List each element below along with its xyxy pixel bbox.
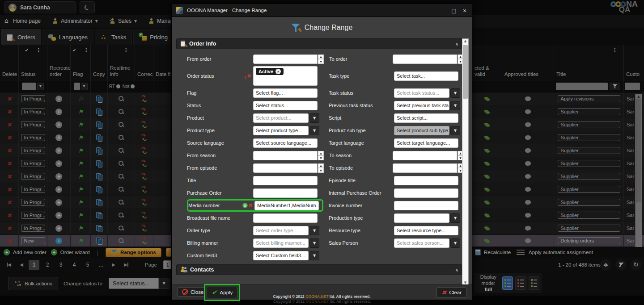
change-range-dialog: OOONA Manager - Change Range – □ × ✎ Cha…: [171, 4, 472, 300]
field-input[interactable]: ×: [253, 151, 318, 160]
scroll-up-icon[interactable]: ▲: [462, 39, 468, 43]
field-text: Select billing manner...: [256, 240, 305, 246]
field-input[interactable]: × Select task...: [394, 71, 458, 81]
form-field-right: Invoice number # ✖ ×: [329, 199, 462, 212]
field-input[interactable]: × Select target language...: [394, 138, 458, 148]
field-input[interactable]: ×: [253, 54, 318, 64]
clear-field-icon[interactable]: ✖: [247, 73, 251, 79]
form-field-right: Product sub type # ✖ × Select product su…: [329, 124, 462, 137]
dialog-scrollbar-thumb[interactable]: [463, 45, 468, 99]
field-text: Select product type...: [256, 128, 302, 133]
dropdown-button[interactable]: ▼: [450, 213, 460, 223]
field-input[interactable]: ×: [253, 163, 318, 173]
form-field-right: Episode title # ✖ ×: [329, 174, 462, 187]
form-field-right: To season # ✖ × ▲▼: [329, 149, 462, 162]
field-label: Invoice number: [329, 203, 383, 208]
field-label: From season: [187, 153, 240, 158]
field-input[interactable]: × MediaNumber1,MediaNum...: [254, 201, 319, 210]
dropdown-button[interactable]: ▼: [309, 226, 319, 235]
form-field-right: Task type # ✖ × Select task...: [329, 65, 462, 87]
order-info-section-header[interactable]: Order Info ∧: [176, 38, 462, 49]
field-input[interactable]: Active×: [253, 66, 318, 86]
field-input[interactable]: × Select sales person...: [394, 238, 449, 248]
form-field-left: Flag # ✖ × Select flag...: [187, 87, 323, 99]
close-window-button[interactable]: ×: [459, 6, 470, 15]
form-field-right: Target language # ✖ × Select target lang…: [329, 137, 462, 149]
dropdown-button[interactable]: ▼: [450, 126, 460, 135]
dropdown-button[interactable]: ▼: [450, 101, 460, 110]
field-input[interactable]: × Select product...: [253, 113, 309, 123]
field-text: MediaNumber1,MediaNum...: [257, 203, 319, 208]
dialog-scrollbar[interactable]: ▲ ▼: [462, 38, 469, 285]
form-field-right: Sales Person # ✖ × Select sales person..…: [329, 237, 462, 249]
field-label: Task status: [329, 90, 383, 96]
dialog-titlebar[interactable]: OOONA Manager - Change Range – □ ×: [172, 4, 472, 17]
dropdown-button[interactable]: ▼: [309, 238, 319, 248]
form-row: Media number # ✖ × MediaNumber1,MediaNum…: [187, 199, 462, 212]
field-input[interactable]: × Select product sub type...: [394, 126, 449, 135]
form-row: Order status 1 # ✖ Active×: [187, 65, 462, 87]
collapse-chevron-icon[interactable]: ∧: [455, 267, 458, 272]
spinner-buttons[interactable]: ▲▼: [318, 163, 324, 173]
tag-label: Active: [258, 69, 273, 74]
remove-tag-icon[interactable]: ×: [275, 69, 281, 74]
app-root: Sara Cunha ☾ NA QA Home page ▼ Administr…: [0, 0, 644, 305]
minimize-button[interactable]: –: [438, 6, 449, 15]
field-input[interactable]: × Select resource type...: [394, 226, 458, 235]
field-input[interactable]: × Select task status...: [394, 88, 449, 98]
dropdown-button[interactable]: ▼: [450, 238, 460, 248]
field-input[interactable]: × Select flag...: [253, 88, 318, 98]
dropdown-button[interactable]: ▼: [309, 113, 319, 123]
ooona-net-link[interactable]: OOONA.NET: [305, 294, 328, 299]
contacts-section-header[interactable]: Contacts ∧: [176, 264, 462, 275]
field-input[interactable]: ×: [394, 188, 458, 198]
spinner-buttons[interactable]: ▲▼: [318, 54, 324, 64]
field-label: To episode: [329, 165, 382, 171]
form-field-right: Task status # ✖ × Select task status...: [329, 87, 462, 99]
dialog-footer: Close ✔ Apply ✖ Clear Copyright © 2012 O…: [172, 284, 472, 300]
scroll-down-icon[interactable]: ▼: [462, 281, 468, 284]
dropdown-button[interactable]: ▼: [450, 88, 460, 98]
field-input[interactable]: × Select billing manner...: [253, 238, 309, 248]
field-input[interactable]: ×: [393, 151, 457, 160]
field-input[interactable]: × Select script...: [394, 113, 458, 123]
maximize-button[interactable]: □: [449, 6, 459, 15]
field-text: Select flag...: [256, 90, 283, 96]
field-label: Custom field3: [187, 253, 240, 258]
clear-field-icon[interactable]: ✖: [248, 202, 253, 209]
dropdown-button[interactable]: ▼: [309, 126, 319, 135]
form-row: Custom field3 # ✖ × Select Custom field3…: [187, 249, 462, 262]
field-label: Broadcast file name: [187, 215, 240, 221]
field-input[interactable]: × Select previous task sta...: [394, 101, 449, 110]
collapse-chevron-icon[interactable]: ∧: [455, 42, 458, 46]
field-input[interactable]: ×: [253, 188, 318, 198]
form-row: Purchase Order # ✖ ×: [187, 187, 462, 199]
field-input[interactable]: ×: [393, 54, 457, 64]
field-text: Select target language...: [397, 140, 450, 146]
field-input[interactable]: ×: [394, 201, 458, 210]
field-label: Previous task status: [329, 103, 383, 108]
field-input[interactable]: × Select order type...: [253, 226, 309, 235]
form-field-left: Product type # ✖ × Select product type..…: [187, 124, 323, 137]
field-input[interactable]: × Select product type...: [253, 126, 309, 135]
field-input[interactable]: ×: [394, 213, 449, 223]
field-input[interactable]: ×: [253, 213, 318, 223]
dropdown-button[interactable]: ▼: [309, 251, 319, 260]
field-input[interactable]: × Select Custom field3...: [253, 251, 309, 260]
field-label: Order type: [187, 228, 240, 233]
field-input[interactable]: × Select source language...: [253, 138, 318, 148]
order-info-icon: [180, 40, 187, 47]
dialog-heading: ✎ Change Range: [172, 17, 472, 38]
field-input[interactable]: ×: [253, 176, 318, 185]
dialog-window-title: OOONA Manager - Change Range: [187, 8, 267, 13]
field-text: Select resource type...: [397, 228, 445, 233]
spinner-buttons[interactable]: ▲▼: [318, 151, 324, 160]
status-tag[interactable]: Active×: [256, 68, 284, 75]
field-input[interactable]: ×: [394, 176, 458, 185]
field-input[interactable]: ×: [393, 163, 457, 173]
field-text: Select order type...: [256, 228, 297, 233]
field-input[interactable]: × Select status...: [253, 101, 318, 110]
form-row: Source language # ✖ × Select source lang…: [187, 137, 462, 149]
field-label: Product: [187, 115, 240, 121]
form-field-left: Media number # ✖ × MediaNumber1,MediaNum…: [187, 199, 323, 212]
